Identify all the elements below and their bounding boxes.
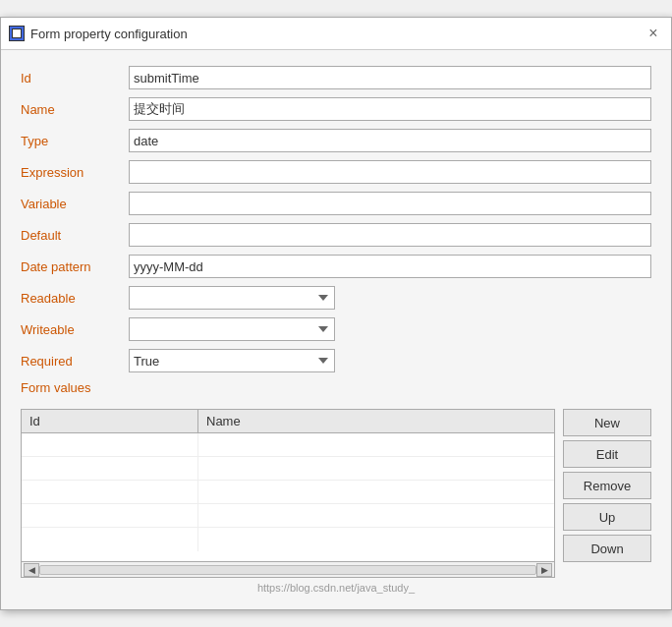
writeable-label: Writeable (21, 322, 129, 337)
readable-label: Readable (21, 291, 129, 306)
window-icon-inner (12, 28, 22, 38)
remove-button[interactable]: Remove (563, 472, 651, 499)
table-cell-name (198, 433, 554, 456)
expression-input[interactable] (129, 160, 651, 184)
readable-select[interactable]: True False (129, 286, 335, 310)
table-row (22, 481, 554, 504)
table-header: Id Name (22, 410, 554, 433)
main-window: Form property configuration × Id Name Ty… (0, 17, 672, 610)
variable-row: Variable (21, 192, 651, 215)
form-content: Id Name Type Expression Variable Default (1, 50, 671, 609)
type-input[interactable] (129, 129, 651, 152)
down-button[interactable]: Down (563, 535, 651, 562)
date-pattern-row: Date pattern (21, 255, 651, 278)
expression-row: Expression (21, 160, 651, 184)
title-bar: Form property configuration × (1, 18, 671, 50)
table-cell-id (22, 457, 198, 480)
watermark: https://blog.csdn.net/java_study_ (21, 582, 651, 594)
table-header-name: Name (198, 410, 554, 432)
default-input[interactable] (129, 223, 651, 247)
table-row (22, 457, 554, 481)
form-values-label: Form values (21, 380, 129, 395)
table-cell-name (198, 457, 554, 480)
window-icon (9, 26, 25, 41)
table-cell-name (198, 504, 554, 527)
default-label: Default (21, 228, 129, 243)
table-cell-id (22, 433, 198, 456)
table-row (22, 433, 554, 457)
table-row (22, 504, 554, 528)
id-input[interactable] (129, 66, 651, 89)
type-label: Type (21, 134, 129, 148)
writeable-select[interactable]: True False (129, 317, 335, 341)
table-cell-name (198, 481, 554, 503)
table-scrollbar[interactable]: ◀ ▶ (22, 561, 554, 577)
new-button[interactable]: New (563, 409, 651, 436)
id-row: Id (21, 66, 651, 89)
name-row: Name (21, 97, 651, 121)
edit-button[interactable]: Edit (563, 440, 651, 468)
form-values-section: Id Name (21, 409, 651, 578)
table-row (22, 528, 554, 551)
table-body[interactable] (22, 433, 554, 561)
required-row: Required True False (21, 349, 651, 372)
variable-label: Variable (21, 197, 129, 211)
table-cell-id (22, 504, 198, 527)
scrollbar-track[interactable] (39, 565, 536, 575)
name-label: Name (21, 102, 129, 117)
id-label: Id (21, 71, 129, 86)
name-input[interactable] (129, 97, 651, 121)
default-row: Default (21, 223, 651, 247)
date-pattern-label: Date pattern (21, 259, 129, 274)
writeable-row: Writeable True False (21, 317, 651, 341)
table-cell-id (22, 528, 198, 551)
required-label: Required (21, 354, 129, 369)
form-values-row: Form values (21, 380, 651, 401)
window-title: Form property configuration (30, 27, 188, 41)
readable-row: Readable True False (21, 286, 651, 310)
up-button[interactable]: Up (563, 503, 651, 531)
expression-label: Expression (21, 165, 129, 180)
table-header-id: Id (22, 410, 198, 432)
table-cell-id (22, 481, 198, 503)
scroll-left-arrow[interactable]: ◀ (24, 563, 39, 577)
date-pattern-input[interactable] (129, 255, 651, 278)
required-select[interactable]: True False (129, 349, 335, 372)
variable-input[interactable] (129, 192, 651, 215)
close-button[interactable]: × (644, 24, 663, 43)
table-cell-name (198, 528, 554, 551)
title-bar-left: Form property configuration (9, 26, 188, 41)
form-values-table: Id Name (21, 409, 555, 578)
side-buttons: New Edit Remove Up Down (563, 409, 651, 562)
scroll-right-arrow[interactable]: ▶ (536, 563, 552, 577)
type-row: Type (21, 129, 651, 152)
